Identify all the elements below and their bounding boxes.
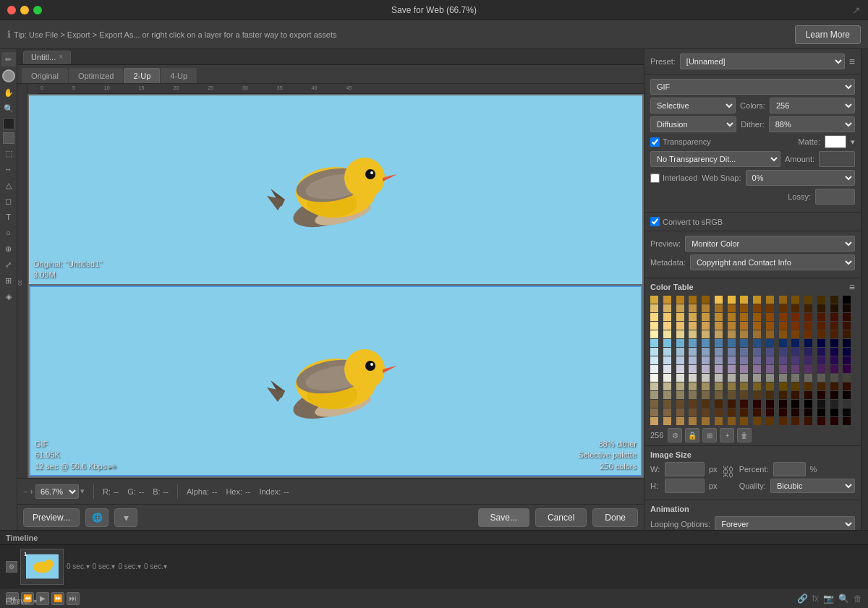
color-cell[interactable]: [650, 400, 658, 408]
color-cell[interactable]: [663, 304, 671, 312]
color-cell[interactable]: [676, 382, 684, 390]
color-cell[interactable]: [779, 356, 787, 364]
minimize-button[interactable]: [20, 6, 29, 14]
color-cell[interactable]: [804, 400, 812, 408]
color-cell[interactable]: [702, 400, 710, 408]
color-cell[interactable]: [791, 313, 799, 321]
color-cell[interactable]: [740, 417, 748, 425]
color-cell[interactable]: [843, 296, 851, 304]
color-cell[interactable]: [791, 374, 799, 382]
transparency-dither-select[interactable]: No Transparency Dit...: [650, 151, 780, 167]
color-cell[interactable]: [817, 400, 825, 408]
color-cell[interactable]: [689, 322, 697, 330]
color-cell[interactable]: [740, 339, 748, 347]
color-cell[interactable]: [817, 356, 825, 364]
color-cell[interactable]: [843, 339, 851, 347]
color-cell[interactable]: [728, 322, 736, 330]
color-cell[interactable]: [663, 330, 671, 338]
color-cell[interactable]: [650, 313, 658, 321]
color-cell[interactable]: [728, 339, 736, 347]
color-cell[interactable]: [676, 417, 684, 425]
color-cell[interactable]: [740, 408, 748, 416]
transparency-checkbox[interactable]: [650, 137, 660, 147]
percent-input[interactable]: 34.48: [773, 462, 806, 476]
color-cell[interactable]: [702, 322, 710, 330]
color-cell[interactable]: [779, 348, 787, 356]
color-cell[interactable]: [650, 417, 658, 425]
color-cell[interactable]: [830, 356, 838, 364]
color-cell[interactable]: [715, 365, 723, 373]
format-select[interactable]: GIF: [650, 79, 855, 95]
color-cell[interactable]: [740, 374, 748, 382]
color-cell[interactable]: [663, 374, 671, 382]
color-cell[interactable]: [689, 408, 697, 416]
color-cell[interactable]: [779, 400, 787, 408]
color-cell[interactable]: [676, 408, 684, 416]
color-cell[interactable]: [843, 304, 851, 312]
vertical-scrollbar[interactable]: [861, 49, 868, 530]
color-cell[interactable]: [676, 400, 684, 408]
color-cell[interactable]: [830, 382, 838, 390]
color-reduction-select[interactable]: Selective: [650, 98, 736, 114]
color-cell[interactable]: [740, 356, 748, 364]
close-button[interactable]: [7, 6, 16, 14]
color-cell[interactable]: [817, 365, 825, 373]
magic-wand-tool[interactable]: ⊞: [1, 273, 16, 288]
color-cell[interactable]: [843, 417, 851, 425]
color-cell[interactable]: [663, 417, 671, 425]
color-cell[interactable]: [779, 365, 787, 373]
color-cell[interactable]: [715, 348, 723, 356]
color-cell[interactable]: [676, 330, 684, 338]
color-cell[interactable]: [843, 348, 851, 356]
color-cell[interactable]: [791, 408, 799, 416]
color-cell[interactable]: [804, 417, 812, 425]
color-cell[interactable]: [804, 356, 812, 364]
quality-select[interactable]: Bicubic Bilinear Nearest Neighbor: [770, 479, 855, 493]
color-cell[interactable]: [702, 365, 710, 373]
color-cell[interactable]: [843, 374, 851, 382]
color-cell[interactable]: [663, 382, 671, 390]
color-cell[interactable]: [650, 374, 658, 382]
color-cell[interactable]: [779, 408, 787, 416]
color-cell[interactable]: [740, 322, 748, 330]
color-cell[interactable]: [817, 322, 825, 330]
color-cell[interactable]: [830, 313, 838, 321]
color-cell[interactable]: [702, 408, 710, 416]
zoom-tool[interactable]: ⬚: [1, 146, 16, 160]
color-cell[interactable]: [702, 382, 710, 390]
slice-tool[interactable]: ↔: [1, 162, 16, 176]
amount-input[interactable]: [819, 151, 855, 167]
color-cell[interactable]: [650, 339, 658, 347]
color-cell[interactable]: [650, 348, 658, 356]
color-cell[interactable]: [766, 330, 774, 338]
color-cell[interactable]: [728, 296, 736, 304]
color-cell[interactable]: [740, 304, 748, 312]
color-cell[interactable]: [689, 313, 697, 321]
color-cell[interactable]: [791, 356, 799, 364]
tab-original[interactable]: Original: [22, 68, 68, 83]
color-cell[interactable]: [791, 330, 799, 338]
color-cell[interactable]: [689, 356, 697, 364]
browser-dropdown-button[interactable]: ▾: [114, 508, 137, 527]
color-cell[interactable]: [817, 304, 825, 312]
color-cell[interactable]: [676, 296, 684, 304]
color-cell[interactable]: [650, 330, 658, 338]
color-cell[interactable]: [817, 339, 825, 347]
learn-more-button[interactable]: Learn More: [795, 25, 861, 44]
color-cell[interactable]: [740, 391, 748, 399]
color-cell[interactable]: [663, 400, 671, 408]
type-tool[interactable]: T: [1, 210, 16, 224]
zoom-minus-icon[interactable]: −: [23, 487, 27, 496]
color-cell[interactable]: [766, 304, 774, 312]
preset-select[interactable]: [Unnamed]: [680, 53, 845, 69]
color-cell[interactable]: [766, 417, 774, 425]
color-cell[interactable]: [753, 408, 761, 416]
color-cell[interactable]: [804, 322, 812, 330]
color-cell[interactable]: [779, 417, 787, 425]
color-cell[interactable]: [676, 365, 684, 373]
color-cell[interactable]: [817, 313, 825, 321]
color-cell[interactable]: [843, 391, 851, 399]
color-cell[interactable]: [804, 391, 812, 399]
color-cell[interactable]: [715, 330, 723, 338]
color-web-button[interactable]: ⊞: [702, 428, 717, 442]
